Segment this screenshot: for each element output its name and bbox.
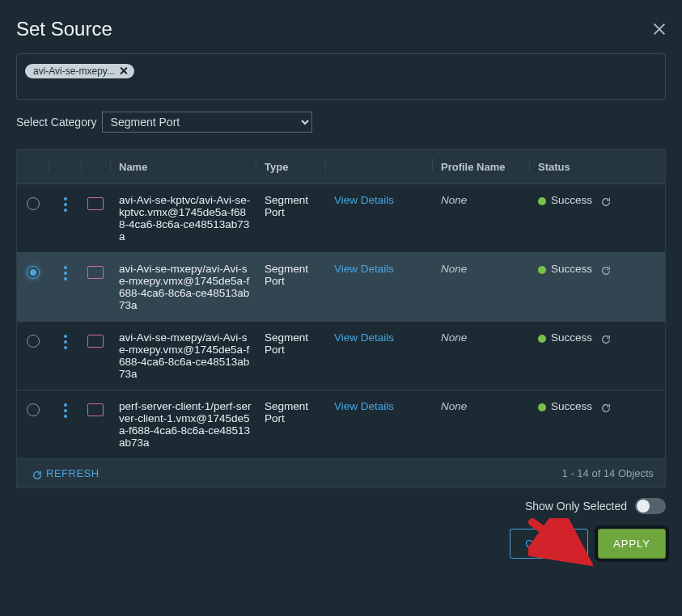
row-menu-icon[interactable] [64, 266, 67, 281]
segment-port-icon [89, 268, 104, 279]
row-radio[interactable] [27, 266, 40, 279]
category-label: Select Category [16, 116, 97, 129]
row-profile: None [433, 331, 530, 380]
row-radio[interactable] [27, 335, 40, 348]
cancel-button[interactable]: CANCEL [510, 529, 588, 559]
status-dot-icon [538, 403, 546, 411]
row-name: avi-Avi-se-mxepy/avi-Avi-se-mxepy.vmx@17… [111, 331, 256, 380]
row-menu-icon[interactable] [64, 335, 67, 349]
table-row[interactable]: avi-Avi-se-kptvc/avi-Avi-se-kptvc.vmx@17… [17, 184, 665, 253]
segment-port-icon [89, 336, 104, 348]
row-name: perf-server-client-1/perf-server-client-… [111, 400, 256, 449]
chip-label: avi-Avi-se-mxepy... [33, 65, 115, 77]
col-type: Type [256, 158, 326, 172]
row-status: Success [551, 400, 592, 412]
row-status: Success [551, 263, 592, 275]
col-profile: Profile Name [433, 158, 530, 172]
status-dot-icon [538, 335, 546, 343]
row-status: Success [551, 331, 592, 344]
sources-table: Name Type Profile Name Status avi-Avi-se… [16, 149, 666, 488]
view-details-link[interactable]: View Details [334, 400, 394, 412]
status-dot-icon [538, 266, 546, 274]
row-menu-icon[interactable] [64, 197, 67, 212]
object-count: 1 - 14 of 14 Objects [562, 467, 654, 479]
view-details-link[interactable]: View Details [334, 263, 394, 275]
apply-button[interactable]: APPLY [598, 529, 666, 559]
show-only-selected-label: Show Only Selected [525, 500, 627, 513]
row-profile: None [433, 194, 530, 243]
row-name: avi-Avi-se-mxepy/avi-Avi-se-mxepy.vmx@17… [111, 263, 256, 311]
row-radio[interactable] [27, 403, 40, 416]
set-source-dialog: Set Source avi-Avi-se-mxepy... Select Ca… [0, 0, 682, 616]
status-dot-icon [538, 197, 546, 205]
row-type: Segment Port [256, 194, 326, 243]
row-status: Success [551, 194, 592, 206]
col-name: Name [111, 158, 256, 172]
row-type: Segment Port [256, 263, 326, 311]
row-type: Segment Port [256, 400, 326, 449]
view-details-link[interactable]: View Details [334, 194, 394, 206]
dialog-title: Set Source [16, 18, 112, 40]
close-icon[interactable] [653, 23, 666, 36]
source-chip: avi-Avi-se-mxepy... [25, 64, 134, 78]
status-refresh-icon[interactable] [600, 196, 610, 206]
status-refresh-icon[interactable] [600, 265, 610, 275]
status-refresh-icon[interactable] [600, 403, 610, 412]
table-row[interactable]: avi-Avi-se-mxepy/avi-Avi-se-mxepy.vmx@17… [17, 322, 665, 390]
row-profile: None [433, 263, 530, 311]
segment-port-icon [89, 199, 104, 210]
status-refresh-icon[interactable] [600, 334, 610, 344]
show-only-selected-toggle[interactable] [635, 498, 666, 514]
selected-sources-box[interactable]: avi-Avi-se-mxepy... [16, 53, 666, 100]
category-select[interactable]: Segment Port [102, 112, 312, 133]
col-status: Status [530, 158, 651, 172]
refresh-icon [32, 470, 41, 479]
row-name: avi-Avi-se-kptvc/avi-Avi-se-kptvc.vmx@17… [111, 194, 256, 243]
segment-port-icon [89, 405, 104, 416]
table-header: Name Type Profile Name Status [17, 150, 665, 184]
row-menu-icon[interactable] [64, 403, 67, 418]
table-row[interactable]: avi-Avi-se-mxepy/avi-Avi-se-mxepy.vmx@17… [17, 253, 665, 322]
chip-remove-icon[interactable] [120, 67, 128, 75]
row-radio[interactable] [27, 197, 40, 210]
row-type: Segment Port [256, 331, 326, 380]
row-profile: None [433, 400, 530, 449]
refresh-button[interactable]: REFRESH [28, 467, 100, 479]
view-details-link[interactable]: View Details [334, 331, 394, 344]
refresh-label: REFRESH [46, 467, 100, 479]
table-row[interactable]: perf-server-client-1/perf-server-client-… [17, 390, 665, 458]
